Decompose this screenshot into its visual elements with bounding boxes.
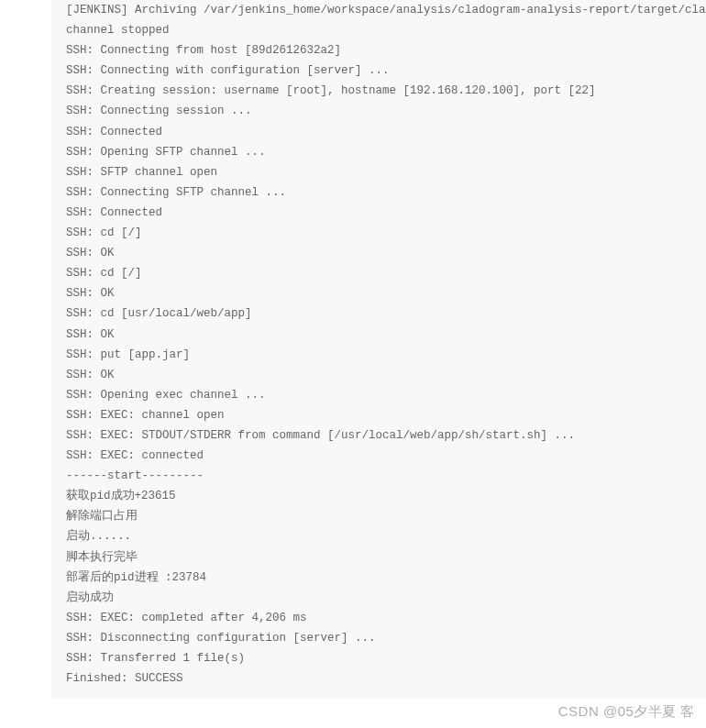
console-output-panel: [JENKINS] Archiving /var/jenkins_home/wo… (51, 0, 706, 699)
console-output-text: [JENKINS] Archiving /var/jenkins_home/wo… (66, 0, 691, 689)
watermark-text: CSDN @05夕半夏 客 (558, 703, 695, 721)
